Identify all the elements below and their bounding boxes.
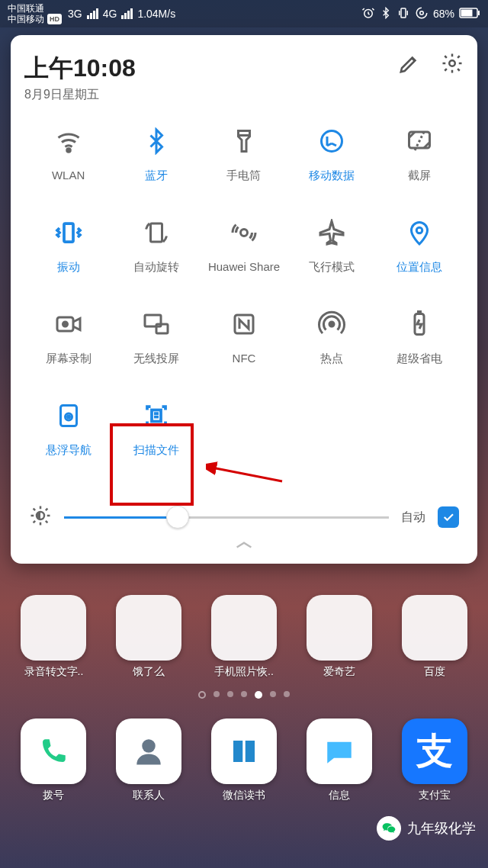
svg-point-16 — [63, 322, 67, 326]
tile-label: 超级省电 — [396, 352, 442, 366]
alipay-icon: 支 — [402, 719, 467, 784]
tile-hotspot[interactable]: 热点 — [288, 307, 376, 399]
vibrate-icon — [52, 216, 85, 249]
location-icon — [403, 216, 436, 249]
tile-float-nav[interactable]: 悬浮导航 — [24, 399, 112, 490]
svg-point-2 — [416, 8, 427, 18]
tile-label: 无线投屏 — [133, 352, 179, 366]
net-type-1: 3G — [68, 8, 82, 20]
tile-vibrate[interactable]: 振动 — [24, 216, 112, 307]
svg-point-3 — [420, 11, 424, 14]
tile-wireless-proj[interactable]: 无线投屏 — [112, 307, 200, 399]
tile-label: 屏幕录制 — [46, 352, 92, 366]
tile-auto-rotate[interactable]: 自动旋转 — [112, 216, 200, 307]
tile-label: Huawei Share — [208, 260, 280, 273]
voice2text-icon — [21, 595, 86, 661]
svg-point-13 — [240, 230, 247, 236]
contacts-icon — [116, 719, 181, 784]
tile-huawei-share[interactable]: Huawei Share — [200, 216, 287, 307]
panel-collapse-handle[interactable] — [24, 536, 464, 558]
tile-label: 振动 — [57, 260, 80, 275]
home-page-dot[interactable] — [198, 691, 206, 699]
brightness-icon — [29, 504, 52, 530]
app-label: 微信读书 — [223, 789, 265, 802]
nfc-icon — [227, 307, 261, 341]
app-photo-recover[interactable]: 手机照片恢.. — [200, 595, 288, 679]
edit-tiles-button[interactable] — [398, 52, 421, 75]
app-label: 支付宝 — [419, 789, 451, 802]
svg-point-20 — [329, 322, 334, 326]
tile-nfc[interactable]: NFC — [200, 307, 287, 399]
svg-point-28 — [142, 739, 156, 753]
tile-airplane[interactable]: 飞行模式 — [288, 216, 376, 307]
bluetooth-icon — [380, 7, 392, 21]
svg-rect-11 — [64, 223, 73, 242]
tile-mobile-data[interactable]: 移动数据 — [288, 124, 376, 216]
clock-time[interactable]: 上午10:08 — [24, 52, 136, 85]
svg-line-26 — [212, 468, 282, 481]
svg-point-14 — [417, 227, 423, 233]
signal-block: 3G 4G 1.04M/s — [68, 8, 175, 20]
app-messages[interactable]: 信息 — [295, 719, 384, 802]
svg-point-24 — [67, 416, 69, 418]
tile-flashlight[interactable]: 手电筒 — [200, 124, 287, 216]
flashlight-icon — [227, 124, 261, 158]
signal-bars-1 — [87, 8, 98, 19]
messages-icon — [307, 719, 372, 784]
app-weread[interactable]: 微信读书 — [200, 719, 288, 802]
app-iqiyi[interactable]: 爱奇艺 — [295, 595, 384, 679]
data-saver-icon — [415, 6, 429, 22]
tile-location[interactable]: 位置信息 — [376, 216, 464, 307]
screen-record-icon — [52, 307, 85, 341]
tile-screenshot[interactable]: 截屏 — [376, 124, 464, 216]
tile-label: 飞行模式 — [309, 260, 355, 275]
huawei-share-icon — [227, 216, 261, 249]
app-eleme[interactable]: 饿了么 — [104, 595, 193, 679]
net-speed: 1.04M/s — [137, 8, 175, 20]
tile-power-save[interactable]: 超级省电 — [376, 307, 464, 399]
tile-label: 蓝牙 — [145, 169, 168, 183]
brightness-slider[interactable] — [64, 506, 389, 529]
settings-button[interactable] — [441, 52, 464, 75]
tile-screen-record[interactable]: 屏幕录制 — [24, 307, 112, 399]
iqiyi-icon — [307, 595, 372, 661]
app-dialer[interactable]: 拨号 — [9, 719, 98, 802]
alarm-icon — [361, 6, 375, 22]
auto-rotate-icon — [140, 216, 173, 249]
auto-brightness-checkbox[interactable] — [438, 506, 459, 528]
svg-point-9 — [322, 131, 342, 152]
hotspot-icon — [315, 307, 348, 341]
annotation-highlight — [110, 423, 194, 506]
app-baidu[interactable]: 百度 — [390, 595, 479, 679]
tile-label: 移动数据 — [309, 169, 355, 183]
baidu-icon — [402, 595, 467, 661]
svg-rect-12 — [150, 223, 162, 242]
tile-label: 悬浮导航 — [46, 443, 92, 458]
screenshot-icon — [403, 124, 436, 158]
photo-recover-icon — [211, 595, 277, 661]
tile-wlan[interactable]: WLAN — [24, 124, 112, 216]
svg-point-7 — [449, 60, 455, 66]
app-label: 饿了么 — [133, 665, 165, 679]
tile-label: WLAN — [52, 169, 85, 182]
battery-percent: 68% — [433, 8, 454, 20]
auto-brightness-label: 自动 — [401, 510, 425, 526]
app-label: 爱奇艺 — [323, 665, 355, 679]
status-bar: 中国联通 中国移动 HD 3G 4G 1.04M/s 68% — [0, 0, 488, 27]
app-alipay[interactable]: 支支付宝 — [390, 719, 479, 802]
app-label: 拨号 — [43, 789, 64, 802]
clock-date[interactable]: 8月9日星期五 — [24, 87, 136, 103]
net-type-2: 4G — [103, 8, 117, 20]
app-voice2text[interactable]: 录音转文字.. — [9, 595, 98, 679]
app-label: 录音转文字.. — [24, 665, 84, 679]
app-label: 手机照片恢.. — [214, 665, 274, 679]
wechat-icon — [377, 816, 401, 841]
page-indicator[interactable] — [0, 691, 488, 699]
hd-badge: HD — [47, 14, 62, 24]
watermark-text: 九年级化学 — [407, 819, 476, 837]
app-contacts[interactable]: 联系人 — [104, 719, 193, 802]
app-label: 信息 — [329, 789, 350, 802]
carrier-block: 中国联通 中国移动 HD — [8, 3, 62, 24]
tile-bluetooth[interactable]: 蓝牙 — [112, 124, 200, 216]
watermark: 九年级化学 — [377, 816, 476, 841]
